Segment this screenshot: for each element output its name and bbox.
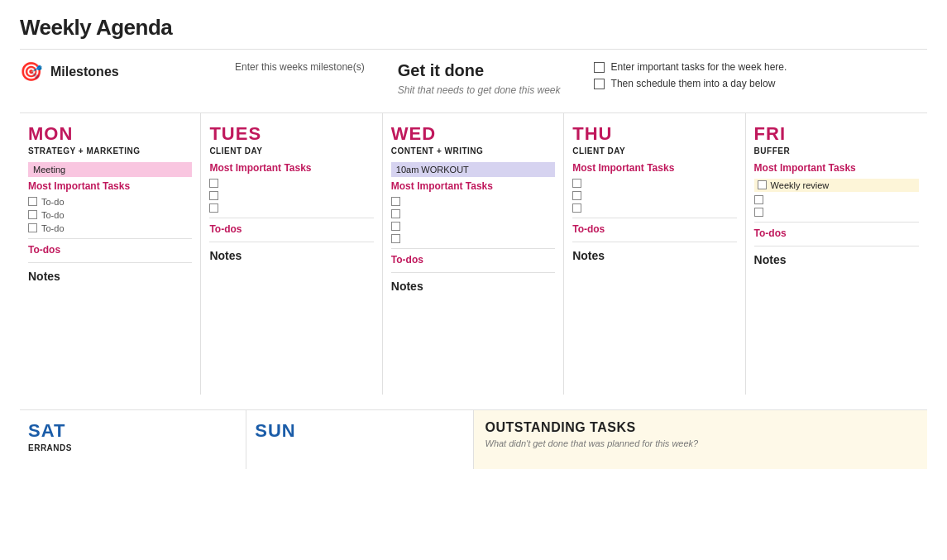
tues-checkbox-1[interactable] xyxy=(209,179,218,188)
wed-checkbox-2[interactable] xyxy=(391,209,400,218)
tues-todo-2[interactable] xyxy=(209,191,373,200)
wed-checkbox-4[interactable] xyxy=(391,234,400,243)
day-col-thu: THU CLIENT DAY Most Important Tasks To-d… xyxy=(564,113,745,395)
fri-checkbox-1[interactable] xyxy=(754,195,763,204)
tues-checkbox-3[interactable] xyxy=(209,203,218,213)
mon-name: MON xyxy=(28,123,192,145)
tues-todo-1[interactable] xyxy=(209,179,373,188)
tues-theme: CLIENT DAY xyxy=(209,146,373,156)
wed-notes-label: Notes xyxy=(391,280,423,293)
mon-checkbox-3[interactable] xyxy=(28,223,37,232)
milestones-section: 🎯 Milestones xyxy=(20,61,202,83)
fri-notes-label: Notes xyxy=(754,253,787,266)
mon-notes-section: Notes xyxy=(28,262,192,283)
sun-name: SUN xyxy=(255,420,464,442)
day-col-wed: WED CONTENT + WRITING 10am WORKOUT Most … xyxy=(383,113,564,395)
day-col-mon: MON STRATEGY + MARKETING Meeting Most Im… xyxy=(20,113,201,395)
important-task-row-1[interactable]: Enter important tasks for the week here. xyxy=(594,61,787,73)
mon-badge: Meeting xyxy=(28,162,192,177)
mon-todo-2[interactable]: To-do xyxy=(28,210,192,220)
wed-checkbox-1[interactable] xyxy=(391,197,400,206)
weekly-review-label: Weekly review xyxy=(771,180,830,190)
important-task-row-2[interactable]: Then schedule them into a day below xyxy=(594,78,787,89)
mon-theme: STRATEGY + MARKETING xyxy=(28,146,192,156)
bottom-sun-col: SUN xyxy=(246,410,473,469)
wed-name: WED xyxy=(391,123,555,145)
important-tasks-section: Enter important tasks for the week here.… xyxy=(594,61,787,89)
milestones-label: Milestones xyxy=(50,65,119,79)
tues-name: TUES xyxy=(209,123,373,145)
day-col-fri: FRI BUFFER Most Important Tasks Weekly r… xyxy=(746,113,927,395)
wed-todos-link[interactable]: To-dos xyxy=(391,248,555,266)
mon-checkbox-1[interactable] xyxy=(28,197,37,206)
fri-theme: BUFFER xyxy=(754,146,919,156)
outstanding-tasks-section: OUTSTANDING TASKS What didn't get done t… xyxy=(474,410,928,469)
fri-checkbox-review[interactable] xyxy=(758,180,767,189)
get-it-done-title: Get it done xyxy=(398,61,561,80)
day-col-tues: TUES CLIENT DAY Most Important Tasks To-… xyxy=(201,113,382,395)
get-it-done-section: Get it done Shit that needs to get done … xyxy=(398,61,561,98)
mon-todo-label-1: To-do xyxy=(41,197,65,207)
fri-mit-link[interactable]: Most Important Tasks xyxy=(754,162,919,174)
thu-todo-1[interactable] xyxy=(572,179,736,188)
thu-checkbox-2[interactable] xyxy=(572,191,581,200)
fri-notes-section: Notes xyxy=(754,246,919,266)
page-title: Weekly Agenda xyxy=(20,15,927,41)
tues-todo-3[interactable] xyxy=(209,203,373,213)
wed-notes-section: Notes xyxy=(391,272,555,293)
mon-todo-1[interactable]: To-do xyxy=(28,197,192,207)
wed-theme: CONTENT + WRITING xyxy=(391,146,555,156)
thu-mit-link[interactable]: Most Important Tasks xyxy=(572,162,736,174)
fri-checkbox-2[interactable] xyxy=(754,208,763,217)
weekly-review-item[interactable]: Weekly review xyxy=(754,179,919,192)
sat-theme: ERRANDS xyxy=(28,443,237,452)
header-row: 🎯 Milestones Enter this weeks milestone(… xyxy=(20,61,927,98)
checkbox-1[interactable] xyxy=(594,62,605,73)
wed-todo-3[interactable] xyxy=(391,222,555,231)
tues-checkbox-2[interactable] xyxy=(209,191,218,200)
thu-todo-2[interactable] xyxy=(572,191,736,200)
thu-name: THU xyxy=(572,123,736,145)
important-task-label-2: Then schedule them into a day below xyxy=(611,78,776,89)
wed-todo-1[interactable] xyxy=(391,197,555,206)
important-task-label-1: Enter important tasks for the week here. xyxy=(611,61,787,73)
wed-checkbox-3[interactable] xyxy=(391,222,400,231)
milestones-input-area: Enter this weeks milestone(s) xyxy=(235,61,365,73)
thu-todos-link[interactable]: To-dos xyxy=(572,218,736,235)
mon-todo-label-3: To-do xyxy=(41,223,65,233)
wed-mit-link[interactable]: Most Important Tasks xyxy=(391,180,555,192)
tues-notes-section: Notes xyxy=(209,242,373,262)
title-divider xyxy=(20,49,927,50)
get-it-done-subtitle: Shit that needs to get done this week xyxy=(398,84,561,98)
bottom-sat-col: SAT ERRANDS xyxy=(20,410,246,469)
thu-theme: CLIENT DAY xyxy=(572,146,736,156)
mon-todo-label-2: To-do xyxy=(41,210,65,220)
thu-checkbox-1[interactable] xyxy=(572,179,581,188)
days-grid: MON STRATEGY + MARKETING Meeting Most Im… xyxy=(20,112,927,395)
thu-checkbox-3[interactable] xyxy=(572,203,581,213)
milestones-icon: 🎯 xyxy=(20,61,42,83)
fri-todo-1[interactable] xyxy=(754,195,919,204)
tues-mit-link[interactable]: Most Important Tasks xyxy=(209,162,373,174)
thu-notes-section: Notes xyxy=(572,242,736,262)
wed-todo-2[interactable] xyxy=(391,209,555,218)
sat-name: SAT xyxy=(28,420,237,442)
mon-checkbox-2[interactable] xyxy=(28,210,37,219)
thu-todo-3[interactable] xyxy=(572,203,736,213)
fri-name: FRI xyxy=(754,123,919,145)
tues-todos-link[interactable]: To-dos xyxy=(209,218,373,235)
mon-mit-link[interactable]: Most Important Tasks xyxy=(28,180,192,192)
bottom-row: SAT ERRANDS SUN OUTSTANDING TASKS What d… xyxy=(20,409,927,469)
wed-todo-4[interactable] xyxy=(391,234,555,243)
mon-notes-label: Notes xyxy=(28,270,60,283)
thu-notes-label: Notes xyxy=(572,249,605,262)
fri-todos-link[interactable]: To-dos xyxy=(754,222,919,239)
tues-notes-label: Notes xyxy=(209,249,242,262)
outstanding-title: OUTSTANDING TASKS xyxy=(485,420,916,435)
checkbox-2[interactable] xyxy=(594,79,605,89)
mon-todos-link[interactable]: To-dos xyxy=(28,238,192,256)
wed-badge: 10am WORKOUT xyxy=(391,162,555,177)
fri-todo-2[interactable] xyxy=(754,208,919,217)
mon-todo-3[interactable]: To-do xyxy=(28,223,192,233)
milestones-placeholder: Enter this weeks milestone(s) xyxy=(235,61,365,73)
